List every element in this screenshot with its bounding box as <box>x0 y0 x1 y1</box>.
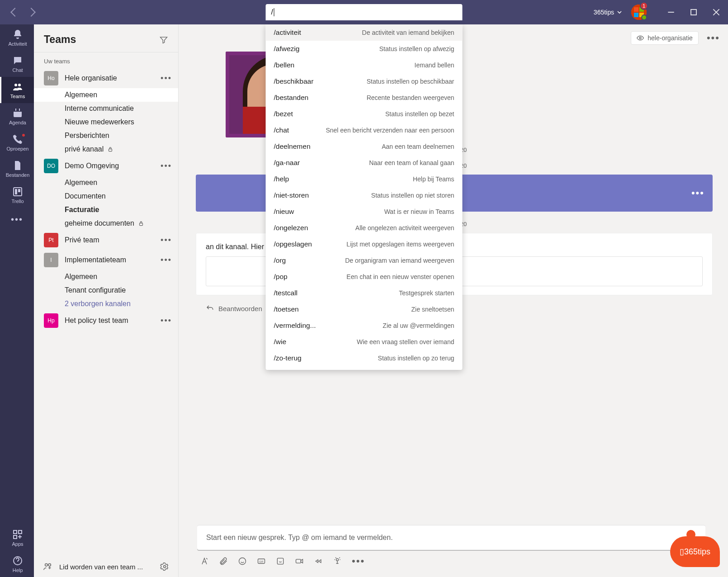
svg-rect-33 <box>296 559 301 563</box>
settings-icon[interactable] <box>160 562 169 571</box>
channel-item[interactable]: Documenten <box>34 189 178 203</box>
team-more-icon[interactable]: ••• <box>161 255 172 265</box>
team-row[interactable]: Pt Privé team ••• <box>34 230 178 250</box>
channel-item[interactable]: Tenant configuratie <box>34 284 178 297</box>
channel-item[interactable]: Persberichten <box>34 129 178 142</box>
team-row[interactable]: I Implementatieteam ••• <box>34 250 178 270</box>
command-item[interactable]: /ga-naar Naar een team of kanaal gaan <box>266 155 463 171</box>
command-item[interactable]: /deelnemen Aan een team deelnemen <box>266 138 463 155</box>
close-button[interactable] <box>713 9 720 16</box>
new-chat-icon[interactable] <box>435 9 442 16</box>
rail-trello[interactable]: Trello <box>0 182 34 208</box>
rail-label: Apps <box>12 541 23 547</box>
header-more[interactable]: ••• <box>707 32 720 44</box>
command-item[interactable]: /nieuw Wat is er nieuw in Teams <box>266 203 463 220</box>
command-name: /testcall <box>274 289 298 297</box>
svg-rect-7 <box>691 9 696 15</box>
channel-item[interactable]: geheime documenten <box>34 217 178 230</box>
rail-calls[interactable]: Oproepen <box>0 129 34 156</box>
command-name: /toetsen <box>274 305 299 313</box>
command-item[interactable]: /bestanden Recente bestanden weergeven <box>266 90 463 106</box>
channel-item[interactable]: Algemeen <box>34 88 178 102</box>
join-team-icon[interactable] <box>43 562 53 572</box>
forward-button[interactable] <box>27 8 36 17</box>
gif-icon[interactable]: GIF <box>257 557 266 566</box>
command-item[interactable]: /vermelding... Zie al uw @vermeldingen <box>266 317 463 334</box>
app-rail: Activiteit Chat Teams Agenda Oproepen <box>0 24 34 577</box>
command-item[interactable]: /pop Een chat in een nieuw venster opene… <box>266 269 463 285</box>
reply-icon <box>206 304 214 312</box>
rail-chat[interactable]: Chat <box>0 51 34 77</box>
format-icon[interactable] <box>200 557 209 566</box>
channel-item[interactable]: privé kanaal <box>34 142 178 156</box>
team-avatar: I <box>44 253 58 267</box>
command-item[interactable]: /afwezig Status instellen op afwezig <box>266 41 463 57</box>
lock-icon <box>138 220 144 227</box>
account-menu[interactable]: 365tips <box>594 9 622 16</box>
praise-icon[interactable] <box>333 557 342 566</box>
team-visibility-pill[interactable]: hele-organisatie <box>631 31 699 45</box>
channel-item[interactable]: Algemeen <box>34 176 178 189</box>
attach-icon[interactable] <box>219 557 228 566</box>
team-name: Demo Omgeving <box>65 162 154 170</box>
command-item[interactable]: /testcall Testgesprek starten <box>266 285 463 301</box>
sticker-icon[interactable] <box>276 557 285 566</box>
command-item[interactable]: /bellen Iemand bellen <box>266 57 463 73</box>
stream-icon[interactable] <box>314 557 323 566</box>
command-item[interactable]: /help Help bij Teams <box>266 171 463 187</box>
team-more-icon[interactable]: ••• <box>161 236 172 245</box>
command-search-box[interactable]: / <box>266 4 463 20</box>
join-team-link[interactable]: Lid worden van een team ... <box>59 563 154 571</box>
rail-help[interactable]: Help <box>0 551 34 577</box>
rail-teams[interactable]: Teams <box>0 77 34 103</box>
svg-text:GIF: GIF <box>259 560 264 563</box>
back-button[interactable] <box>10 8 19 17</box>
compose-more[interactable]: ••• <box>352 555 365 567</box>
command-item[interactable]: /org De organigram van iemand weergeven <box>266 252 463 269</box>
team-more-icon[interactable]: ••• <box>161 161 172 171</box>
command-item[interactable]: /ongelezen Alle ongelezen activiteit wee… <box>266 220 463 236</box>
filter-icon[interactable] <box>159 35 168 44</box>
teams-sidebar: Teams Uw teams Ho Hele organisatie •••Al… <box>34 24 179 577</box>
team-name: Implementatieteam <box>65 256 154 264</box>
command-item[interactable]: /zo-terug Status instellen op zo terug <box>266 350 463 366</box>
rail-apps[interactable]: Apps <box>0 525 34 551</box>
command-item[interactable]: /niet-storen Status instellen op niet st… <box>266 187 463 203</box>
minimize-button[interactable] <box>667 9 675 16</box>
command-description: Status instellen op niet storen <box>371 192 454 199</box>
team-row[interactable]: DO Demo Omgeving ••• <box>34 156 178 176</box>
command-item[interactable]: /toetsen Zie sneltoetsen <box>266 301 463 317</box>
command-description: Aan een team deelnemen <box>382 143 454 150</box>
team-more-icon[interactable]: ••• <box>161 74 172 83</box>
your-teams-label: Uw teams <box>34 52 178 68</box>
avatar[interactable]: 1 <box>631 5 647 20</box>
command-item[interactable]: /chat Snel een bericht verzenden naar ee… <box>266 122 463 138</box>
command-description: De activiteit van iemand bekijken <box>362 29 454 36</box>
command-description: Wat is er nieuw in Teams <box>384 208 454 215</box>
command-item[interactable]: /bezet Status instellen op bezet <box>266 106 463 122</box>
maximize-button[interactable] <box>690 9 697 16</box>
rail-files[interactable]: Bestanden <box>0 156 34 182</box>
channel-item[interactable]: Algemeen <box>34 270 178 284</box>
meet-now-icon[interactable] <box>295 557 304 566</box>
message-more-icon[interactable]: ••• <box>691 187 704 199</box>
rail-more[interactable]: ••• <box>0 208 34 231</box>
channel-item[interactable]: 2 verborgen kanalen <box>34 297 178 311</box>
team-more-icon[interactable]: ••• <box>161 316 172 326</box>
team-row[interactable]: Ho Hele organisatie ••• <box>34 68 178 88</box>
command-item[interactable]: /beschikbaar Status instellen op beschik… <box>266 73 463 90</box>
command-description: Iemand bellen <box>415 61 454 69</box>
emoji-icon[interactable] <box>238 557 247 566</box>
channel-item[interactable]: Facturatie <box>34 203 178 217</box>
team-row[interactable]: Hp Het policy test team ••• <box>34 311 178 331</box>
command-item[interactable]: /activiteit De activiteit van iemand bek… <box>266 24 463 41</box>
rail-label: Oproepen <box>7 146 29 151</box>
apps-icon <box>12 529 23 540</box>
rail-calendar[interactable]: Agenda <box>0 103 34 129</box>
compose-input[interactable]: Start een nieuw gesprek. Typ @ om iemand… <box>197 525 705 550</box>
rail-activity[interactable]: Activiteit <box>0 24 34 51</box>
command-item[interactable]: /opgeslagen Lijst met opgeslagen items w… <box>266 236 463 252</box>
channel-item[interactable]: Nieuwe medewerkers <box>34 115 178 129</box>
command-item[interactable]: /wie Wie een vraag stellen over iemand <box>266 334 463 350</box>
channel-item[interactable]: Interne communicatie <box>34 102 178 115</box>
